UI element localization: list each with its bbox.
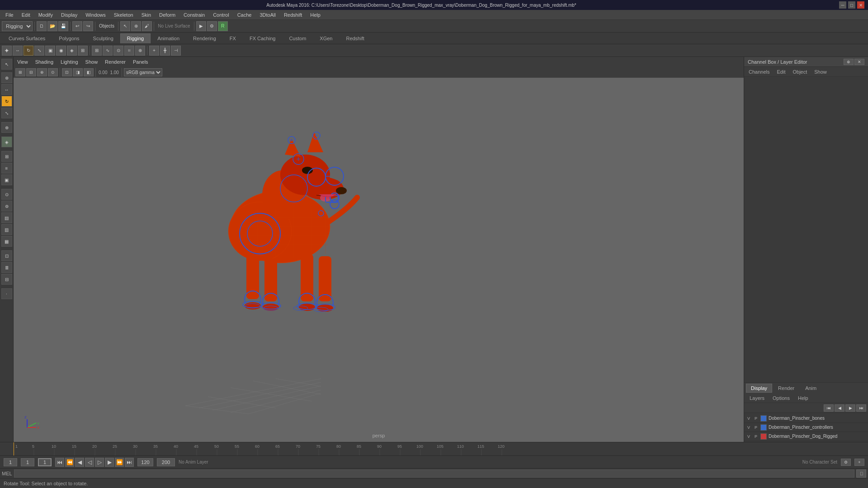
save-button[interactable]: 💾 (58, 21, 68, 31)
menu-deform[interactable]: Deform (156, 11, 179, 19)
pb-step-back[interactable]: ◀ (75, 458, 84, 467)
tab-custom[interactable]: Custom (282, 33, 313, 43)
layer-next[interactable]: ▶ (845, 404, 855, 412)
le-options[interactable]: Options (769, 394, 793, 402)
timeline[interactable]: 1 5 10 15 20 25 30 35 40 45 50 55 (0, 442, 868, 455)
tab-curves-surfaces[interactable]: Curves Surfaces (2, 33, 52, 43)
render-btn1[interactable]: ▶ (196, 21, 206, 31)
end-frame-input[interactable]: 120 (137, 458, 153, 466)
tool-l12[interactable]: ≣ (1, 262, 12, 273)
rotate-btn[interactable]: ↻ (1, 96, 12, 107)
layer-p-ctrl[interactable]: P (753, 425, 759, 430)
snap-point[interactable]: ⊙ (113, 46, 123, 56)
le-tab-anim[interactable]: Anim (800, 384, 821, 393)
view-menu[interactable]: View (15, 58, 30, 66)
vp-tex[interactable]: ◧ (84, 68, 94, 76)
render-btn3[interactable]: R (218, 21, 228, 31)
lasso-btn[interactable]: ⊕ (1, 72, 12, 83)
select-mode[interactable]: ✦ (2, 46, 12, 56)
snap-grid[interactable]: ⊞ (92, 46, 102, 56)
snap-surface[interactable]: ⌗ (124, 46, 134, 56)
layer-next-next[interactable]: ⏭ (856, 404, 866, 412)
layer-v-ctrl[interactable]: V (746, 425, 751, 430)
menu-skin[interactable]: Skin (138, 11, 155, 19)
viewport-canvas[interactable]: persp Y X Z (14, 78, 744, 442)
tool-l9[interactable]: ▥ (1, 224, 12, 235)
gamma-dropdown[interactable]: sRGB gamma (124, 68, 162, 76)
paint-sel[interactable]: 🖌 (142, 21, 152, 31)
tab-redshift[interactable]: Redshift (339, 33, 371, 43)
playback-end-input[interactable] (157, 458, 175, 466)
char-set-add[interactable]: + (854, 459, 864, 466)
tool-l11[interactable]: ⊡ (1, 250, 12, 261)
layer-p-rigged[interactable]: P (753, 434, 759, 439)
tool-extra2[interactable]: ◉ (56, 46, 66, 56)
start-frame-input[interactable]: 1 (4, 458, 17, 466)
pb-play-back[interactable]: ◁ (85, 458, 94, 467)
tab-sculpting[interactable]: Sculpting (86, 33, 120, 43)
vp-tool4[interactable]: ⊙ (48, 68, 58, 76)
open-button[interactable]: 📂 (47, 21, 57, 31)
layer-v-rigged[interactable]: V (746, 434, 751, 439)
tool-l13[interactable]: ⊟ (1, 274, 12, 285)
minimize-button[interactable]: ─ (839, 1, 846, 9)
cb-tab-channels[interactable]: Channels (746, 68, 772, 75)
menu-cache[interactable]: Cache (234, 11, 255, 19)
show-menu[interactable]: Show (84, 58, 100, 66)
vp-wire[interactable]: ⊡ (62, 68, 72, 76)
tab-fx-caching[interactable]: FX Caching (243, 33, 282, 43)
cb-expand[interactable]: ⊕ (844, 59, 854, 65)
menu-control[interactable]: Control (209, 11, 232, 19)
pb-prev-frame[interactable]: ⏪ (65, 458, 74, 467)
layer-prev-prev[interactable]: ⏮ (824, 404, 834, 412)
tool-l1[interactable]: ⊕ (1, 122, 12, 133)
new-button[interactable]: 🗋 (37, 21, 47, 31)
renderer-menu[interactable]: Renderer (103, 58, 127, 66)
tool-l14[interactable]: · (1, 288, 12, 299)
menu-edit[interactable]: Edit (18, 11, 34, 19)
pb-next-frame[interactable]: ⏩ (115, 458, 124, 467)
rotate-tool[interactable]: ↻ (24, 46, 33, 56)
lasso-tool[interactable]: ⊕ (131, 21, 141, 31)
close-button[interactable]: ✕ (857, 1, 864, 9)
shading-menu[interactable]: Shading (33, 58, 55, 66)
layer-prev[interactable]: ◀ (835, 404, 844, 412)
tool-l10[interactable]: ▦ (1, 236, 12, 247)
move-tool[interactable]: ↔ (13, 46, 23, 56)
menu-windows[interactable]: Windows (82, 11, 109, 19)
module-dropdown[interactable]: Rigging (2, 21, 33, 31)
pb-step-fwd[interactable]: ▶ (105, 458, 114, 467)
layer-row-rigged[interactable]: V P Doberman_Pinscher_Dog_Rigged (744, 432, 868, 441)
tool-l7[interactable]: ⊚ (1, 201, 12, 211)
le-layers[interactable]: Layers (746, 394, 768, 402)
move-btn[interactable]: ↔ (1, 84, 12, 95)
script-editor[interactable]: ⎕ (856, 469, 866, 478)
tab-polygons[interactable]: Polygons (52, 33, 86, 43)
mel-input[interactable] (14, 469, 854, 478)
frame-box[interactable] (38, 458, 52, 466)
pb-goto-end[interactable]: ⏭ (125, 458, 134, 467)
render-btn2[interactable]: ⚙ (207, 21, 217, 31)
vp-tool1[interactable]: ⊞ (15, 68, 25, 76)
scale-btn[interactable]: ⤡ (1, 108, 12, 118)
cb-tab-show[interactable]: Show (811, 68, 830, 75)
layer-p-bones[interactable]: P (753, 416, 759, 421)
menu-help[interactable]: Help (307, 11, 324, 19)
tool-extra6[interactable]: ╋ (160, 46, 170, 56)
lighting-menu[interactable]: Lighting (59, 58, 80, 66)
vp-tool2[interactable]: ⊟ (26, 68, 36, 76)
select-btn[interactable]: ↖ (1, 59, 12, 70)
panels-menu[interactable]: Panels (131, 58, 150, 66)
tab-xgen[interactable]: XGen (313, 33, 339, 43)
tool-l2[interactable]: ◈ (1, 136, 12, 147)
current-frame-display[interactable]: 1 (21, 458, 34, 466)
tool-l3[interactable]: ⊞ (1, 151, 12, 162)
redo-button[interactable]: ↪ (83, 21, 93, 31)
menu-constrain[interactable]: Constrain (180, 11, 208, 19)
layer-row-controllers[interactable]: V P Doberman_Pinscher_controllers (744, 423, 868, 432)
pb-goto-start[interactable]: ⏮ (55, 458, 64, 467)
le-tab-display[interactable]: Display (746, 384, 772, 393)
tool-l5[interactable]: ▣ (1, 174, 12, 185)
cb-tab-edit[interactable]: Edit (774, 68, 788, 75)
tool-l6[interactable]: ⊙ (1, 189, 12, 200)
